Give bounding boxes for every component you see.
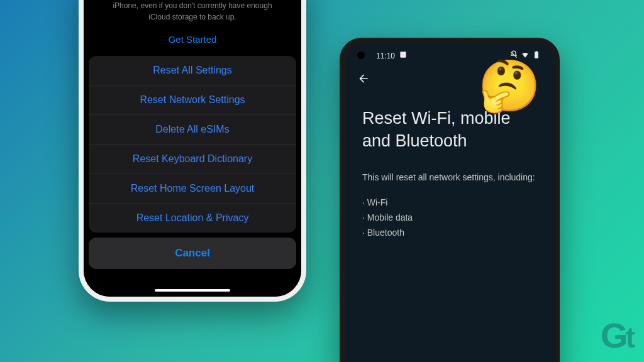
get-started-link[interactable]: Get Started	[103, 34, 282, 45]
reset-keyboard-dictionary-button[interactable]: Reset Keyboard Dictionary	[89, 145, 296, 174]
cancel-button[interactable]: Cancel	[89, 238, 296, 269]
reset-network-settings-button[interactable]: Reset Network Settings	[89, 85, 296, 115]
status-left: 11:10	[376, 50, 408, 61]
list-item: · Mobile data	[362, 211, 537, 226]
list-item: · Wi-Fi	[362, 195, 537, 211]
page-description: This will reset all network settings, in…	[362, 170, 537, 184]
camera-hole	[357, 52, 365, 59]
iphone-header: Prepare for New iPhone Make sure everyth…	[84, 0, 301, 56]
home-indicator[interactable]	[155, 289, 230, 292]
svg-rect-0	[400, 52, 406, 57]
action-sheet: Reset All Settings Reset Network Setting…	[89, 56, 296, 269]
reset-all-settings-button[interactable]: Reset All Settings	[89, 56, 296, 85]
delete-all-esims-button[interactable]: Delete All eSIMs	[89, 115, 296, 145]
list-item: · Bluetooth	[362, 226, 537, 241]
reset-home-screen-layout-button[interactable]: Reset Home Screen Layout	[89, 174, 296, 204]
iphone-screen: Prepare for New iPhone Make sure everyth…	[84, 0, 301, 297]
action-group: Reset All Settings Reset Network Setting…	[89, 56, 296, 233]
prepare-description: Make sure everything's ready to transfer…	[103, 0, 282, 23]
reset-location-privacy-button[interactable]: Reset Location & Privacy	[89, 204, 296, 233]
iphone-device: Prepare for New iPhone Make sure everyth…	[79, 0, 306, 302]
session-icon	[399, 50, 408, 61]
thinking-emoji: 🤔	[478, 57, 541, 116]
gt-watermark: Gt	[601, 315, 633, 356]
reset-items-list: · Wi-Fi · Mobile data · Bluetooth	[362, 195, 537, 240]
status-time: 11:10	[376, 52, 395, 60]
